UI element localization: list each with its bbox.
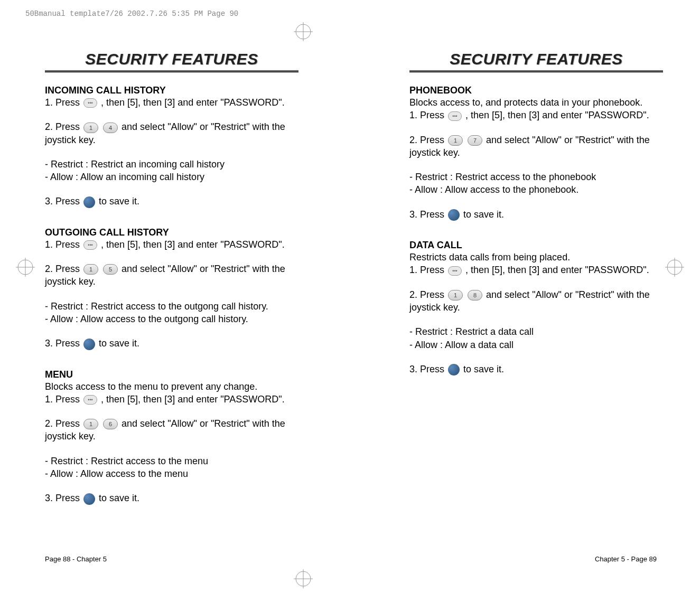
phonebook-step1: 1. Press ••• , then [5], then [3] and en… [409, 109, 663, 121]
outgoing-allow: - Allow : Allow access to the outgong ca… [45, 313, 298, 325]
ok-key-icon [448, 209, 460, 221]
menu-desc: Blocks access to the menu to prevent any… [45, 380, 298, 393]
outgoing-step1: 1. Press ••• , then [5], then [3] and en… [45, 238, 298, 251]
menu-key-icon: ••• [83, 395, 97, 405]
outgoing-restrict: - Restrict : Restrict access to the outg… [45, 300, 298, 313]
phonebook-desc: Blocks access to, and protects data in y… [409, 96, 663, 109]
title-underline [45, 70, 298, 72]
key-1-icon: 1 [448, 135, 463, 146]
outgoing-step3: 3. Press to save it. [45, 337, 298, 350]
key-1-icon: 1 [448, 290, 463, 300]
datacall-desc: Restricts data calls from being placed. [409, 251, 663, 264]
phonebook-step2: 2. Press 1 7 and select "Allow" or "Rest… [409, 134, 663, 159]
phonebook-restrict: - Restrict : Restrict access to the phon… [409, 171, 663, 183]
incoming-step1: 1. Press ••• , then [5], then [3] and en… [45, 96, 298, 109]
incoming-allow: - Allow : Allow an incoming call history [45, 171, 298, 183]
menu-step2: 2. Press 1 6 and select "Allow" or "Rest… [45, 417, 298, 443]
page-header-metadata: 50Bmanual template7/26 2002.7.26 5:35 PM… [25, 10, 238, 18]
key-1-icon: 1 [83, 123, 98, 133]
incoming-step2: 2. Press 1 4 and select "Allow" or "Rest… [45, 120, 298, 146]
menu-step1: 1. Press ••• , then [5], then [3] and en… [45, 393, 298, 406]
key-6-icon: 6 [103, 419, 118, 429]
crop-mark-top-icon [294, 22, 313, 43]
ok-key-icon [83, 339, 95, 350]
datacall-step1: 1. Press ••• , then [5], then [3] and en… [409, 264, 663, 276]
crop-mark-right-icon [665, 258, 684, 279]
menu-allow: - Allow : Allow access to the menu [45, 467, 298, 480]
title-underline [409, 70, 663, 72]
menu-restrict: - Restrict : Restrict access to the menu [45, 455, 298, 467]
key-1-icon: 1 [83, 419, 98, 429]
datacall-step2: 2. Press 1 8 and select "Allow" or "Rest… [409, 288, 663, 314]
page-title-left: SECURITY FEATURES [45, 50, 298, 68]
key-4-icon: 4 [103, 123, 118, 133]
datacall-restrict: - Restrict : Restrict a data call [409, 325, 663, 338]
ok-key-icon [83, 196, 95, 208]
key-1-icon: 1 [83, 264, 98, 275]
heading-outgoing-call: OUTGOING CALL HISTORY [45, 227, 298, 238]
page-title-right: SECURITY FEATURES [409, 50, 663, 68]
footer-left-page-number: Page 88 - Chapter 5 [45, 555, 107, 563]
right-page: SECURITY FEATURES PHONEBOOK Blocks acces… [409, 50, 663, 505]
menu-key-icon: ••• [448, 266, 462, 276]
crop-mark-bottom-icon [294, 569, 313, 590]
ok-key-icon [83, 493, 95, 505]
menu-key-icon: ••• [448, 111, 462, 121]
menu-key-icon: ••• [83, 98, 97, 108]
ok-key-icon [448, 364, 460, 375]
incoming-restrict: - Restrict : Restrict an incoming call h… [45, 158, 298, 171]
outgoing-step2: 2. Press 1 5 and select "Allow" or "Rest… [45, 262, 298, 288]
heading-data-call: DATA CALL [409, 240, 663, 251]
footer-right-page-number: Chapter 5 - Page 89 [595, 555, 657, 563]
key-5-icon: 5 [103, 264, 118, 275]
phonebook-step3: 3. Press to save it. [409, 208, 663, 221]
incoming-step3: 3. Press to save it. [45, 195, 298, 208]
heading-incoming-call: INCOMING CALL HISTORY [45, 85, 298, 96]
page-spread: SECURITY FEATURES INCOMING CALL HISTORY … [45, 50, 663, 505]
key-7-icon: 7 [468, 135, 482, 146]
menu-step3: 3. Press to save it. [45, 492, 298, 504]
menu-key-icon: ••• [83, 240, 97, 250]
left-page: SECURITY FEATURES INCOMING CALL HISTORY … [45, 50, 298, 505]
phonebook-allow: - Allow : Allow access to the phonebook. [409, 183, 663, 196]
heading-menu: MENU [45, 369, 298, 380]
heading-phonebook: PHONEBOOK [409, 85, 663, 96]
datacall-step3: 3. Press to save it. [409, 363, 663, 375]
crop-mark-left-icon [16, 258, 35, 279]
datacall-allow: - Allow : Allow a data call [409, 339, 663, 351]
key-8-icon: 8 [468, 290, 482, 300]
